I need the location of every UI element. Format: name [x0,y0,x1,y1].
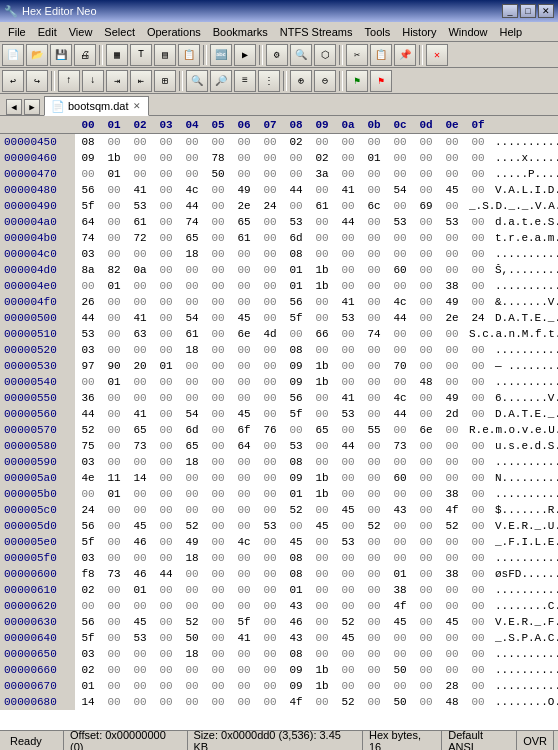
hex-byte[interactable]: 00 [101,440,127,452]
hex-byte[interactable]: 00 [153,696,179,708]
hex-byte[interactable]: 00 [361,344,387,356]
hex-byte[interactable]: 00 [101,600,127,612]
menu-view[interactable]: View [63,24,99,40]
hex-byte[interactable]: 00 [257,504,283,516]
hex-byte[interactable]: 00 [179,360,205,372]
open-button[interactable]: 📂 [26,44,48,66]
hex-byte[interactable]: 00 [439,664,465,676]
hex-byte[interactable]: 00 [231,488,257,500]
hex-byte[interactable]: 00 [205,264,231,276]
hex-byte[interactable]: 00 [335,200,361,212]
tb-btn-10[interactable]: ▶ [234,44,256,66]
hex-byte[interactable]: 00 [413,600,439,612]
hex-byte[interactable]: 00 [413,696,439,708]
hex-byte[interactable]: 00 [153,136,179,148]
hex-byte[interactable]: 00 [387,168,413,180]
hex-byte[interactable]: 1b [309,360,335,372]
table-row[interactable]: 0000068014000000000000004f00520050004800… [0,694,558,710]
hex-byte[interactable]: 38 [439,568,465,580]
hex-byte[interactable]: 00 [205,520,231,532]
hex-byte[interactable]: 44 [387,408,413,420]
hex-byte[interactable]: 00 [309,136,335,148]
table-row[interactable]: 0000059003000000180000000800000000000000… [0,454,558,470]
hex-byte[interactable]: 09 [283,680,309,692]
tab-close-button[interactable]: ✕ [132,100,142,112]
hex-byte[interactable]: 00 [309,216,335,228]
hex-byte[interactable]: 00 [335,472,361,484]
hex-byte[interactable]: 00 [153,632,179,644]
hex-byte[interactable]: 4f [283,696,309,708]
hex-byte[interactable]: 00 [75,600,101,612]
menu-bookmarks[interactable]: Bookmarks [207,24,274,40]
hex-byte[interactable]: 52 [361,520,387,532]
hex-byte[interactable]: 41 [127,408,153,420]
hex-byte[interactable]: 4c [231,536,257,548]
hex-byte[interactable]: 00 [127,168,153,180]
hex-byte[interactable]: 1b [101,152,127,164]
hex-byte[interactable]: 00 [413,488,439,500]
hex-byte[interactable]: 00 [465,440,491,452]
tb-btn-8[interactable]: 📋 [178,44,200,66]
hex-byte[interactable]: 00 [387,200,413,212]
hex-byte[interactable]: 00 [361,456,387,468]
hex-byte[interactable]: 4c [387,392,413,404]
hex-byte[interactable]: 00 [413,504,439,516]
hex-byte[interactable]: 44 [335,216,361,228]
hex-byte[interactable]: 00 [153,488,179,500]
hex-byte[interactable]: 48 [413,376,439,388]
hex-byte[interactable]: 24 [75,504,101,516]
hex-byte[interactable]: 01 [283,584,309,596]
hex-byte[interactable]: 00 [465,552,491,564]
hex-byte[interactable]: 44 [387,312,413,324]
table-row[interactable]: 0000050044004100540045005f00530044002e24… [0,310,558,326]
hex-byte[interactable]: 00 [179,600,205,612]
hex-byte[interactable]: 5f [75,632,101,644]
hex-byte[interactable]: 00 [283,200,309,212]
hex-byte[interactable]: 00 [335,232,361,244]
hex-byte[interactable]: 00 [257,568,283,580]
hex-byte[interactable]: 52 [283,504,309,516]
hex-byte[interactable]: 14 [127,472,153,484]
hex-byte[interactable]: 00 [127,648,153,660]
hex-byte[interactable]: 00 [361,232,387,244]
hex-byte[interactable]: 00 [153,600,179,612]
hex-byte[interactable]: 00 [231,392,257,404]
hex-byte[interactable]: 41 [127,184,153,196]
hex-byte[interactable]: 00 [101,408,127,420]
hex-byte[interactable]: 00 [231,344,257,356]
hex-byte[interactable]: 00 [439,456,465,468]
hex-byte[interactable]: 00 [361,312,387,324]
hex-byte[interactable]: 02 [75,664,101,676]
hex-byte[interactable]: 1b [309,280,335,292]
hex-byte[interactable]: 44 [283,184,309,196]
hex-byte[interactable]: 00 [361,216,387,228]
hex-byte[interactable]: 56 [283,296,309,308]
hex-byte[interactable]: 00 [153,440,179,452]
hex-byte[interactable]: 43 [283,600,309,612]
hex-byte[interactable]: 00 [413,632,439,644]
hex-byte[interactable]: 00 [205,280,231,292]
hex-byte[interactable]: 00 [179,152,205,164]
hex-byte[interactable]: 02 [75,584,101,596]
hex-byte[interactable]: 00 [205,312,231,324]
hex-byte[interactable]: 64 [231,440,257,452]
hex-byte[interactable]: 00 [335,488,361,500]
hex-byte[interactable]: 00 [257,296,283,308]
hex-byte[interactable]: 00 [101,184,127,196]
menu-ntfs[interactable]: NTFS Streams [274,24,359,40]
hex-byte[interactable]: 02 [283,136,309,148]
hex-byte[interactable]: 00 [205,680,231,692]
hex-byte[interactable]: 00 [413,472,439,484]
hex-byte[interactable]: 00 [361,184,387,196]
hex-byte[interactable]: 01 [101,280,127,292]
hex-byte[interactable]: 00 [361,632,387,644]
hex-byte[interactable]: 45 [231,312,257,324]
hex-byte[interactable]: 00 [465,392,491,404]
hex-byte[interactable]: 00 [465,216,491,228]
hex-byte[interactable]: 00 [205,216,231,228]
hex-byte[interactable]: 00 [205,232,231,244]
hex-byte[interactable]: 74 [75,232,101,244]
table-row[interactable]: 000005e05f00460049004c004500530000000000… [0,534,558,550]
hex-byte[interactable]: 00 [127,392,153,404]
hex-byte[interactable]: 00 [231,600,257,612]
